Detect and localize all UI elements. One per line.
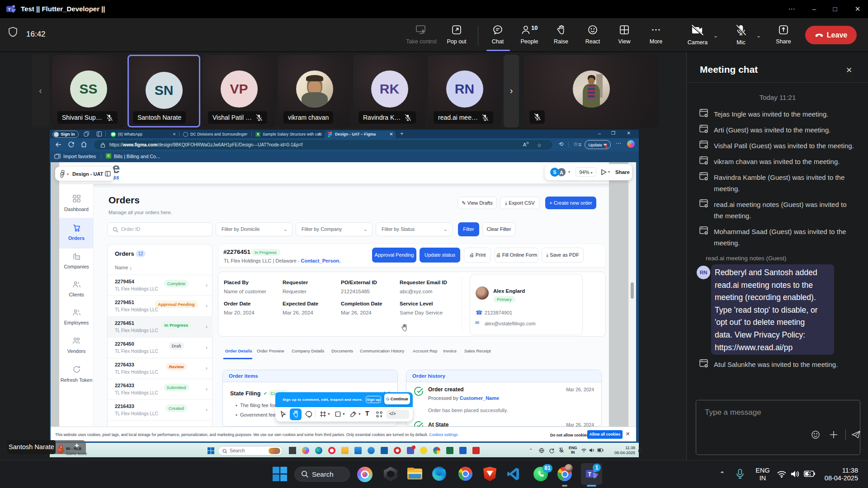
svg-text:10: 10 <box>531 24 538 31</box>
svg-text:T: T <box>588 471 592 478</box>
svg-text:T: T <box>8 7 11 12</box>
